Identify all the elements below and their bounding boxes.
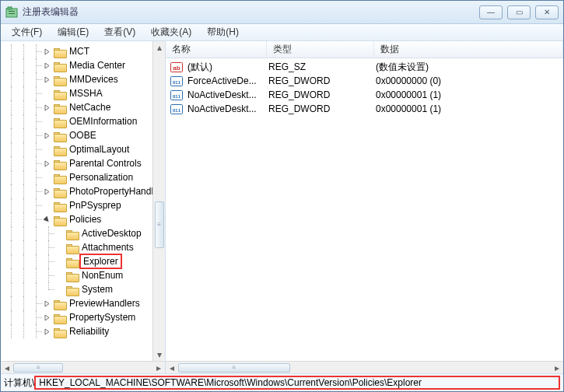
value-row[interactable]: 011NoActiveDeskt...REG_DWORD0x00000001 (…	[169, 88, 563, 102]
value-type: REG_DWORD	[268, 89, 376, 100]
folder-icon	[54, 145, 66, 155]
folder-icon	[66, 257, 79, 267]
tree-horizontal-scrollbar[interactable]: ◂ ≡ ▸	[1, 361, 165, 373]
tree-item[interactable]: MMDevices	[5, 72, 163, 86]
svg-text:011: 011	[173, 108, 181, 113]
column-name[interactable]: 名称	[166, 41, 267, 58]
value-row[interactable]: 011NoActiveDeskt...REG_DWORD0x00000001 (…	[169, 102, 563, 116]
svg-text:011: 011	[173, 80, 181, 85]
main-split: MCTMedia CenterMMDevicesMSSHANetCacheOEM…	[1, 41, 563, 374]
scroll-up-icon[interactable]: ▴	[154, 41, 165, 54]
value-row[interactable]: ab(默认)REG_SZ(数值未设置)	[169, 60, 563, 74]
expand-toggle-icon[interactable]	[43, 299, 51, 308]
svg-rect-1	[8, 7, 12, 9]
value-type: REG_DWORD	[268, 75, 376, 86]
value-name: (默认)	[187, 61, 268, 74]
menu-file[interactable]: 文件(F)	[4, 24, 50, 40]
value-list[interactable]: ab(默认)REG_SZ(数值未设置)011ForceActiveDe...RE…	[166, 58, 563, 116]
scroll-hthumb[interactable]: ≡	[178, 363, 290, 373]
tree-item[interactable]: PnPSysprep	[5, 198, 163, 212]
folder-icon	[54, 215, 66, 225]
menu-edit[interactable]: 编辑(E)	[50, 24, 96, 40]
tree-item[interactable]: Policies	[5, 212, 163, 226]
value-row[interactable]: 011ForceActiveDe...REG_DWORD0x00000000 (…	[169, 74, 563, 88]
tree-item-label: Reliability	[69, 326, 109, 337]
expand-toggle-icon[interactable]	[43, 61, 51, 70]
tree-item[interactable]: PreviewHandlers	[5, 296, 163, 310]
tree-item[interactable]: Explorer	[5, 254, 163, 268]
title-bar[interactable]: 注册表编辑器 — ▭ ✕	[1, 1, 563, 24]
tree-item[interactable]: System	[5, 282, 163, 296]
tree-item-label: PreviewHandlers	[69, 298, 140, 309]
tree-item[interactable]: Media Center	[5, 58, 163, 72]
tree-item[interactable]: OEMInformation	[5, 114, 163, 128]
menu-bar: 文件(F) 编辑(E) 查看(V) 收藏夹(A) 帮助(H)	[1, 24, 563, 41]
value-data: 0x00000000 (0)	[376, 75, 563, 86]
menu-help[interactable]: 帮助(H)	[199, 24, 247, 40]
folder-icon	[54, 103, 66, 113]
expand-toggle-icon[interactable]	[43, 159, 51, 168]
expand-toggle-icon[interactable]	[43, 103, 51, 112]
menu-view[interactable]: 查看(V)	[96, 24, 143, 40]
tree-item[interactable]: Attachments	[5, 240, 163, 254]
column-data[interactable]: 数据	[374, 41, 563, 58]
tree-item[interactable]: Personalization	[5, 170, 163, 184]
tree-item[interactable]: MSSHA	[5, 86, 163, 100]
value-name: ForceActiveDe...	[187, 75, 268, 86]
expand-toggle-icon[interactable]	[43, 47, 51, 56]
tree-item[interactable]: OptimalLayout	[5, 142, 163, 156]
tree-item-label: PropertySystem	[69, 312, 135, 323]
scroll-htrack[interactable]: ≡	[13, 362, 152, 373]
expand-toggle-icon[interactable]	[43, 327, 51, 336]
svg-rect-2	[9, 11, 15, 12]
folder-icon	[66, 271, 79, 281]
menu-favorites[interactable]: 收藏夹(A)	[143, 24, 199, 40]
folder-icon	[54, 61, 66, 71]
tree-item-label: Parental Controls	[69, 158, 142, 169]
tree-item[interactable]: NetCache	[5, 100, 163, 114]
scroll-hthumb[interactable]: ≡	[13, 363, 63, 373]
tree-item-label: OptimalLayout	[69, 144, 129, 155]
tree-item[interactable]: Parental Controls	[5, 156, 163, 170]
tree-item[interactable]: MCT	[5, 44, 163, 58]
scroll-left-icon[interactable]: ◂	[1, 362, 13, 373]
minimize-button[interactable]: —	[479, 5, 503, 19]
scroll-left-icon[interactable]: ◂	[166, 362, 178, 373]
expand-toggle-icon[interactable]	[43, 215, 51, 224]
tree-item-label: NonEnum	[82, 270, 123, 281]
regedit-window: 注册表编辑器 — ▭ ✕ 文件(F) 编辑(E) 查看(V) 收藏夹(A) 帮助…	[0, 0, 564, 392]
maximize-button[interactable]: ▭	[507, 5, 531, 19]
expand-toggle-icon[interactable]	[43, 75, 51, 84]
tree-item[interactable]: ActiveDesktop	[5, 226, 163, 240]
app-icon	[5, 6, 18, 19]
scroll-vtrack[interactable]: ≡	[154, 54, 165, 348]
folder-icon	[66, 229, 79, 239]
folder-icon	[54, 327, 66, 337]
status-label: 计算机\	[4, 376, 34, 390]
tree-item[interactable]: NonEnum	[5, 268, 163, 282]
folder-icon	[66, 285, 79, 295]
expand-toggle-icon[interactable]	[43, 131, 51, 140]
tree-item[interactable]: PropertySystem	[5, 310, 163, 324]
scroll-vthumb[interactable]: ≡	[155, 201, 164, 248]
column-type[interactable]: 类型	[267, 41, 374, 58]
scroll-down-icon[interactable]: ▾	[154, 348, 165, 361]
close-button[interactable]: ✕	[535, 5, 559, 19]
tree-item[interactable]: OOBE	[5, 128, 163, 142]
scroll-right-icon[interactable]: ▸	[152, 362, 165, 373]
list-horizontal-scrollbar[interactable]: ◂ ≡ ▸	[166, 361, 563, 373]
tree-view[interactable]: MCTMedia CenterMMDevicesMSSHANetCacheOEM…	[1, 41, 165, 361]
tree-vertical-scrollbar[interactable]: ▴ ≡ ▾	[152, 41, 165, 361]
tree-item[interactable]: Reliability	[5, 324, 163, 338]
scroll-htrack[interactable]: ≡	[178, 362, 551, 373]
scroll-right-icon[interactable]: ▸	[551, 362, 563, 373]
tree-item-label: Explorer	[82, 256, 120, 267]
expand-toggle-icon[interactable]	[43, 313, 51, 322]
folder-icon	[54, 187, 66, 197]
value-data: 0x00000001 (1)	[376, 103, 563, 114]
tree-item[interactable]: PhotoPropertyHandler	[5, 184, 163, 198]
dword-value-icon: 011	[170, 103, 183, 115]
tree-item-label: PnPSysprep	[69, 200, 121, 211]
svg-rect-3	[9, 13, 15, 14]
expand-toggle-icon[interactable]	[43, 187, 51, 196]
